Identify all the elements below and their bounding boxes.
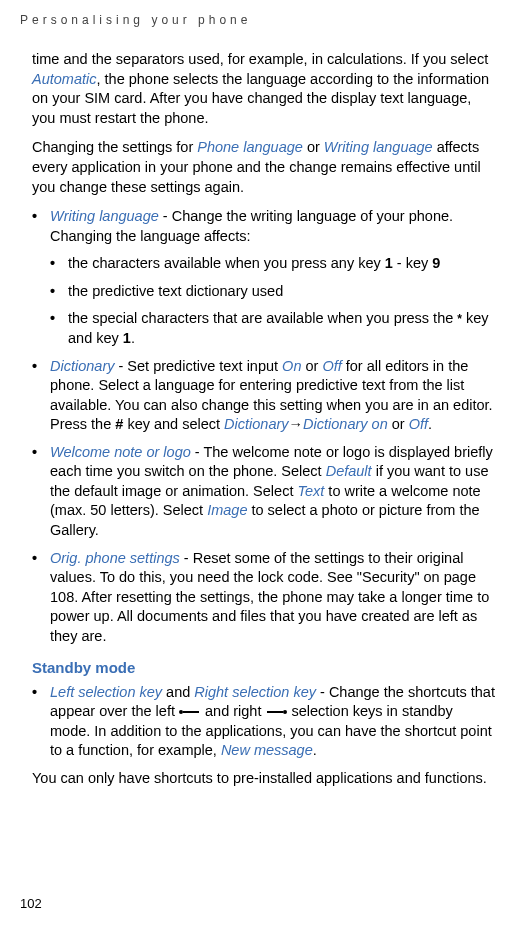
paragraph-automatic: time and the separators used, for exampl… [32, 50, 497, 128]
page-number: 102 [20, 895, 42, 913]
bullet-dot: • [32, 207, 50, 246]
text: or [303, 139, 324, 155]
bullet-dot: • [32, 683, 50, 761]
bullet-text: Welcome note or logo - The welcome note … [50, 443, 497, 541]
text: the special characters that are availabl… [68, 310, 457, 326]
key-1: 1 [123, 330, 131, 346]
text: the characters available when you press … [68, 255, 385, 271]
left-selection-key-option: Left selection key [50, 684, 162, 700]
bullet-text: Writing language - Change the writing la… [50, 207, 497, 246]
welcome-note-option: Welcome note or logo [50, 444, 191, 460]
text: - key [393, 255, 432, 271]
dictionary-option: Dictionary [50, 358, 114, 374]
sub-bullet-special-chars: • the special characters that are availa… [32, 309, 497, 348]
bullet-dictionary: • Dictionary - Set predictive text input… [32, 357, 497, 435]
page-content: time and the separators used, for exampl… [20, 50, 497, 788]
sub-bullet-predictive: • the predictive text dictionary used [32, 282, 497, 302]
bullet-selection-keys: • Left selection key and Right selection… [32, 683, 497, 761]
automatic-option: Automatic [32, 71, 96, 87]
bullet-orig-settings: • Orig. phone settings - Reset some of t… [32, 549, 497, 647]
key-1: 1 [385, 255, 393, 271]
bullet-welcome-note: • Welcome note or logo - The welcome not… [32, 443, 497, 541]
bullet-dot: • [50, 254, 68, 274]
writing-language-option: Writing language [50, 208, 159, 224]
default-option: Default [326, 463, 372, 479]
text: - Set predictive text input [114, 358, 282, 374]
bullet-dot: • [50, 282, 68, 302]
sub-bullet-characters: • the characters available when you pres… [32, 254, 497, 274]
off-option: Off [322, 358, 341, 374]
right-softkey-icon [265, 709, 287, 715]
on-option: On [282, 358, 301, 374]
bullet-writing-language: • Writing language - Change the writing … [32, 207, 497, 246]
paragraph-changing-settings: Changing the settings for Phone language… [32, 138, 497, 197]
left-softkey-icon [179, 709, 201, 715]
text: . [428, 416, 432, 432]
page-header: Personalising your phone [20, 12, 497, 28]
text: or [301, 358, 322, 374]
dictionary-menu: Dictionary [224, 416, 288, 432]
bullet-text: the predictive text dictionary used [68, 282, 497, 302]
bullet-dot: • [32, 357, 50, 435]
bullet-dot: • [32, 443, 50, 541]
off-option-2: Off [409, 416, 428, 432]
text: and right [201, 703, 266, 719]
phone-language-term: Phone language [197, 139, 303, 155]
arrow-icon: → [289, 416, 304, 432]
text: . [131, 330, 135, 346]
bullet-dot: • [32, 549, 50, 647]
bullet-text: Left selection key and Right selection k… [50, 683, 497, 761]
orig-phone-settings-option: Orig. phone settings [50, 550, 180, 566]
text: Changing the settings for [32, 139, 197, 155]
bullet-text: the characters available when you press … [68, 254, 497, 274]
dictionary-on-option: Dictionary on [303, 416, 388, 432]
text: , the phone selects the language accordi… [32, 71, 489, 126]
bullet-text: the special characters that are availabl… [68, 309, 497, 348]
new-message-example: New message [221, 742, 313, 758]
text: . [313, 742, 317, 758]
writing-language-term: Writing language [324, 139, 433, 155]
bullet-text: Orig. phone settings - Reset some of the… [50, 549, 497, 647]
key-9: 9 [432, 255, 440, 271]
standby-mode-heading: Standby mode [32, 658, 497, 678]
paragraph-shortcuts-note: You can only have shortcuts to pre-insta… [32, 769, 497, 789]
image-option: Image [207, 502, 247, 518]
text: or [388, 416, 409, 432]
text-option: Text [297, 483, 324, 499]
bullet-dot: • [50, 309, 68, 348]
right-selection-key-option: Right selection key [194, 684, 316, 700]
text: time and the separators used, for exampl… [32, 51, 488, 67]
text: key and select [123, 416, 224, 432]
text: and [162, 684, 194, 700]
bullet-text: Dictionary - Set predictive text input O… [50, 357, 497, 435]
